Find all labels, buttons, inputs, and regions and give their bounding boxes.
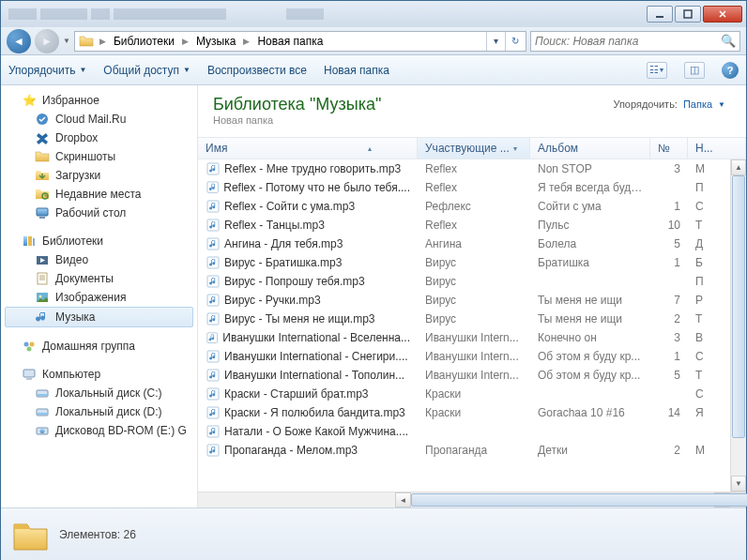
- content-pane: Библиотека "Музыка" Новая папка Упорядоч…: [198, 85, 746, 507]
- file-row[interactable]: Пропаганда - Мелом.mp3 Пропаганда Детки …: [198, 441, 730, 460]
- nav-back-button[interactable]: ◄: [7, 29, 31, 53]
- share-menu[interactable]: Общий доступ▼: [103, 64, 191, 77]
- music-file-icon: [206, 424, 221, 439]
- sidebar-item[interactable]: Рабочий стол: [1, 204, 197, 222]
- libraries-group: Библиотеки ВидеоДокументыИзображенияМузы…: [1, 232, 197, 327]
- file-row[interactable]: Вирус - Ты меня не ищи.mp3 Вирус Ты меня…: [198, 310, 730, 328]
- library-icon: [22, 234, 37, 249]
- sidebar-item[interactable]: Дисковод BD-ROM (E:) G: [1, 421, 197, 440]
- sidebar-item[interactable]: Документы: [1, 269, 197, 288]
- file-album: Ты меня не ищи: [530, 294, 650, 307]
- chevron-right-icon[interactable]: ▶: [178, 37, 192, 46]
- scroll-up-button[interactable]: ▲: [731, 159, 746, 175]
- file-row[interactable]: Краски - Я полюбила бандита.mp3 Краски G…: [198, 403, 730, 422]
- chevron-right-icon[interactable]: ▶: [96, 37, 110, 46]
- music-file-icon: [206, 255, 221, 270]
- breadcrumb[interactable]: ▶ Библиотеки ▶ Музыка ▶ Новая папка ▾ ↻: [74, 31, 526, 52]
- homegroup-icon: [22, 339, 37, 354]
- sidebar-item[interactable]: Dropbox: [1, 129, 197, 147]
- item-icon: [35, 290, 50, 305]
- file-artist: Вирус: [418, 312, 530, 325]
- file-row[interactable]: Reflex - Танцы.mp3 Reflex Пульс 10 Т: [198, 216, 730, 235]
- vertical-scrollbar[interactable]: ▲ ▼: [730, 159, 746, 492]
- organize-menu[interactable]: Упорядочить▼: [8, 64, 86, 77]
- view-options-button[interactable]: ☷ ▼: [647, 62, 667, 79]
- arrange-by[interactable]: Упорядочить: Папка ▼: [613, 98, 725, 110]
- search-icon[interactable]: 🔍: [721, 34, 736, 48]
- sidebar-item[interactable]: Загрузки: [1, 166, 197, 185]
- status-bar: Элементов: 26: [1, 507, 746, 560]
- history-dropdown-icon[interactable]: ▼: [63, 37, 70, 45]
- file-row[interactable]: Вирус - Ручки.mp3 Вирус Ты меня не ищи 7…: [198, 291, 730, 310]
- sidebar-item[interactable]: Видео: [1, 250, 197, 269]
- music-file-icon: [206, 368, 221, 383]
- item-icon: [35, 310, 50, 325]
- file-row[interactable]: Reflex - Потому что не было тебя.... Ref…: [198, 178, 730, 197]
- playall-button[interactable]: Воспроизвести все: [207, 64, 307, 77]
- column-artist[interactable]: Участвующие ...▾: [418, 138, 530, 159]
- breadcrumb-item[interactable]: Новая папка: [253, 35, 327, 48]
- computer-header[interactable]: Компьютер: [1, 365, 197, 384]
- sidebar-item[interactable]: Скриншоты: [1, 147, 197, 166]
- sidebar-item[interactable]: Недавние места: [1, 185, 197, 204]
- sidebar-item[interactable]: Локальный диск (D:): [1, 402, 197, 421]
- sidebar-item[interactable]: Музыка: [5, 307, 193, 327]
- file-row[interactable]: Натали - О Боже Какой Мужчина....: [198, 422, 730, 441]
- nav-forward-button[interactable]: ►: [35, 29, 59, 53]
- search-input[interactable]: [535, 35, 721, 48]
- column-title[interactable]: Н...: [688, 138, 746, 159]
- chevron-right-icon[interactable]: ▶: [239, 37, 253, 46]
- file-row[interactable]: Вирус - Братишка.mp3 Вирус Братишка 1 Б: [198, 253, 730, 272]
- sidebar-item[interactable]: Локальный диск (C:): [1, 384, 197, 402]
- music-file-icon: [206, 349, 221, 364]
- horizontal-scrollbar[interactable]: ◄ ►: [198, 492, 746, 507]
- arrange-value[interactable]: Папка: [683, 98, 712, 110]
- file-name: Ангина - Для тебя.mp3: [224, 237, 343, 250]
- help-button[interactable]: ?: [722, 62, 739, 79]
- scroll-thumb[interactable]: [732, 175, 745, 438]
- breadcrumb-dropdown[interactable]: ▾: [486, 32, 505, 51]
- scroll-thumb[interactable]: [411, 493, 747, 507]
- svg-rect-4: [37, 208, 48, 216]
- breadcrumb-item[interactable]: Музыка: [192, 35, 239, 48]
- search-box[interactable]: 🔍: [530, 31, 740, 52]
- newfolder-button[interactable]: Новая папка: [324, 64, 389, 77]
- sidebar-item-label: Локальный диск (D:): [55, 405, 162, 418]
- svg-rect-8: [33, 238, 35, 246]
- file-row[interactable]: Ангина - Для тебя.mp3 Ангина Болела 5 Д: [198, 235, 730, 253]
- column-track[interactable]: №: [650, 138, 688, 159]
- file-row[interactable]: Иванушки International - Вселенна... Ива…: [198, 328, 730, 347]
- maximize-button[interactable]: [675, 6, 701, 23]
- file-album: Конечно он: [530, 331, 650, 344]
- svg-rect-17: [23, 370, 35, 377]
- file-album: Сойти с ума: [530, 200, 650, 213]
- svg-rect-11: [38, 273, 47, 284]
- svg-rect-7: [28, 236, 32, 246]
- file-name: Вирус - Братишка.mp3: [224, 256, 342, 269]
- file-title: П: [688, 275, 730, 288]
- titlebar[interactable]: [1, 1, 746, 27]
- file-track: 14: [650, 406, 688, 419]
- file-row[interactable]: Вирус - Попрошу тебя.mp3 Вирус П: [198, 272, 730, 291]
- libraries-header[interactable]: Библиотеки: [1, 232, 197, 250]
- close-button[interactable]: [703, 6, 742, 23]
- scroll-left-button[interactable]: ◄: [395, 492, 411, 507]
- sidebar-item[interactable]: Изображения: [1, 288, 197, 307]
- file-row[interactable]: Иванушки International - Снегири.... Ива…: [198, 347, 730, 366]
- homegroup-header[interactable]: Домашняя группа: [1, 337, 197, 356]
- file-row[interactable]: Reflex - Мне трудно говорить.mp3 Reflex …: [198, 159, 730, 178]
- file-row[interactable]: Иванушки International - Тополин... Иван…: [198, 366, 730, 385]
- favorites-header[interactable]: ⭐ Избранное: [1, 91, 197, 110]
- refresh-button[interactable]: ↻: [505, 32, 524, 51]
- svg-point-15: [30, 342, 35, 347]
- scroll-down-button[interactable]: ▼: [731, 476, 746, 492]
- column-album[interactable]: Альбом: [530, 138, 650, 159]
- column-name[interactable]: Имя▴: [198, 138, 418, 159]
- sidebar-item[interactable]: Cloud Mail.Ru: [1, 110, 197, 129]
- preview-pane-button[interactable]: ◫: [684, 62, 705, 79]
- breadcrumb-item[interactable]: Библиотеки: [110, 35, 178, 48]
- minimize-button[interactable]: [647, 6, 673, 23]
- file-track: 1: [650, 200, 688, 213]
- file-row[interactable]: Reflex - Сойти с ума.mp3 Рефлекс Сойти с…: [198, 197, 730, 216]
- file-row[interactable]: Краски - Старший брат.mp3 Краски С: [198, 385, 730, 403]
